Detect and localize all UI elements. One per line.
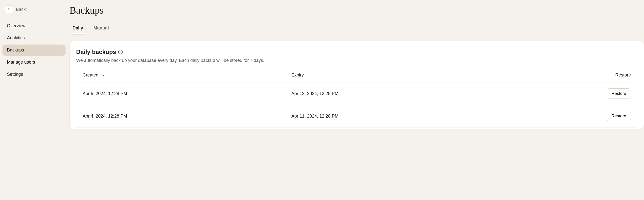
nav-item-overview[interactable]: Overview	[2, 20, 66, 32]
back-label[interactable]: Back	[16, 7, 26, 12]
cell-expiry: Apr 12, 2024, 12:28 PM	[285, 82, 503, 105]
page-title: Backups	[70, 5, 644, 16]
cell-restore: Restore	[503, 82, 637, 105]
main-content: Backups Daily Manual Daily backups We au…	[68, 0, 644, 200]
backups-table: Created Expiry Restore	[76, 70, 637, 127]
column-header-created-label: Created	[82, 73, 98, 78]
column-header-created[interactable]: Created	[76, 70, 285, 82]
tabs: Daily Manual	[70, 24, 644, 34]
panel-title: Daily backups	[76, 49, 116, 56]
daily-backups-panel: Daily backups We automatically back up y…	[70, 41, 644, 129]
table-row: Apr 4, 2024, 12:28 PM Apr 11, 2024, 12:2…	[76, 105, 637, 127]
cell-created: Apr 5, 2024, 12:28 PM	[76, 82, 285, 105]
back-button[interactable]	[5, 6, 13, 13]
column-header-expiry[interactable]: Expiry	[285, 70, 503, 82]
nav-list: Overview Analytics Backups Manage users …	[2, 20, 66, 80]
table-row: Apr 5, 2024, 12:28 PM Apr 12, 2024, 12:2…	[76, 82, 637, 105]
arrow-left-icon	[7, 7, 11, 12]
cell-restore: Restore	[503, 105, 637, 127]
tab-daily[interactable]: Daily	[72, 24, 84, 34]
column-header-expiry-label: Expiry	[291, 73, 304, 78]
nav-item-settings[interactable]: Settings	[2, 69, 66, 80]
cell-created: Apr 4, 2024, 12:28 PM	[76, 105, 285, 127]
nav-item-manage-users[interactable]: Manage users	[2, 57, 66, 68]
column-header-restore: Restore	[503, 70, 637, 82]
nav-item-backups[interactable]: Backups	[2, 45, 66, 56]
column-header-restore-label: Restore	[615, 73, 631, 78]
restore-button[interactable]: Restore	[607, 111, 631, 121]
cell-expiry: Apr 11, 2024, 12:28 PM	[285, 105, 503, 127]
help-icon[interactable]	[118, 50, 123, 55]
sidebar: Back Overview Analytics Backups Manage u…	[0, 0, 68, 200]
tab-manual[interactable]: Manual	[92, 24, 110, 34]
panel-subtitle: We automatically back up your database e…	[76, 58, 637, 63]
nav-item-analytics[interactable]: Analytics	[2, 33, 66, 44]
arrow-down-icon	[101, 74, 104, 77]
restore-button[interactable]: Restore	[607, 88, 631, 99]
